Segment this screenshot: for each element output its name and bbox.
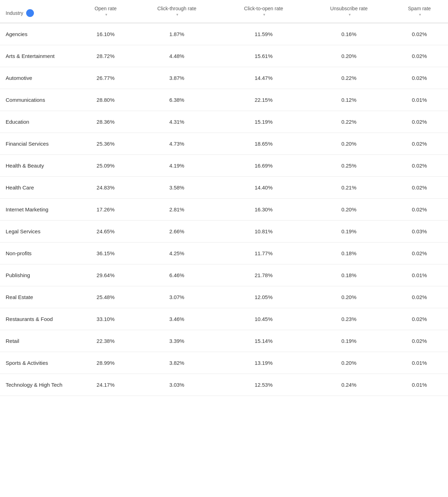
spam-cell: 0.01% bbox=[391, 352, 448, 374]
table-row: Arts & Entertainment28.72%4.48%15.61%0.2… bbox=[0, 45, 448, 67]
spam-cell: 0.02% bbox=[391, 242, 448, 264]
open-rate-cell: 29.64% bbox=[78, 264, 134, 286]
industry-table: Industry Open rate ▾ Click-through rate … bbox=[0, 0, 448, 396]
table-row: Non-profits36.15%4.25%11.77%0.18%0.02% bbox=[0, 242, 448, 264]
open-rate-cell: 16.10% bbox=[78, 23, 134, 45]
table-row: Health Care24.83%3.58%14.40%0.21%0.02% bbox=[0, 177, 448, 199]
cto-cell: 10.45% bbox=[220, 308, 307, 330]
cto-cell: 21.78% bbox=[220, 264, 307, 286]
unsub-cell: 0.20% bbox=[307, 199, 391, 221]
ctr-cell: 3.82% bbox=[134, 352, 220, 374]
spam-cell: 0.02% bbox=[391, 67, 448, 89]
ctr-cell: 3.46% bbox=[134, 308, 220, 330]
ctr-cell: 2.66% bbox=[134, 221, 220, 242]
unsub-cell: 0.18% bbox=[307, 264, 391, 286]
unsub-sort-icon: ▾ bbox=[349, 12, 351, 17]
spam-cell: 0.02% bbox=[391, 133, 448, 155]
ctr-cell: 6.38% bbox=[134, 89, 220, 111]
table-row: Education28.36%4.31%15.19%0.22%0.02% bbox=[0, 111, 448, 133]
cto-cell: 14.47% bbox=[220, 67, 307, 89]
table-row: Technology & High Tech24.17%3.03%12.53%0… bbox=[0, 374, 448, 396]
cto-cell: 13.19% bbox=[220, 352, 307, 374]
open-rate-cell: 26.77% bbox=[78, 67, 134, 89]
open-rate-cell: 28.36% bbox=[78, 111, 134, 133]
cto-cell: 11.77% bbox=[220, 242, 307, 264]
unsub-cell: 0.20% bbox=[307, 45, 391, 67]
unsub-cell: 0.18% bbox=[307, 242, 391, 264]
open-rate-cell: 28.80% bbox=[78, 89, 134, 111]
spam-cell: 0.02% bbox=[391, 199, 448, 221]
open-rate-column-header[interactable]: Open rate ▾ bbox=[78, 0, 134, 23]
ctr-cell: 3.03% bbox=[134, 374, 220, 396]
spam-cell: 0.02% bbox=[391, 23, 448, 45]
ctr-sort-icon: ▾ bbox=[176, 12, 178, 17]
table-row: Real Estate25.48%3.07%12.05%0.20%0.02% bbox=[0, 286, 448, 308]
table-row: Legal Services24.65%2.66%10.81%0.19%0.03… bbox=[0, 221, 448, 242]
unsub-cell: 0.23% bbox=[307, 308, 391, 330]
cto-column-header[interactable]: Click-to-open rate ▾ bbox=[220, 0, 307, 23]
open-rate-cell: 24.83% bbox=[78, 177, 134, 199]
cto-cell: 12.53% bbox=[220, 374, 307, 396]
cto-cell: 22.15% bbox=[220, 89, 307, 111]
industry-cell: Real Estate bbox=[0, 286, 78, 308]
ctr-column-header[interactable]: Click-through rate ▾ bbox=[134, 0, 220, 23]
table-row: Automotive26.77%3.87%14.47%0.22%0.02% bbox=[0, 67, 448, 89]
open-rate-cell: 25.09% bbox=[78, 155, 134, 177]
unsub-column-header[interactable]: Unsubscribe rate ▾ bbox=[307, 0, 391, 23]
ctr-cell: 3.87% bbox=[134, 67, 220, 89]
ctr-cell: 3.58% bbox=[134, 177, 220, 199]
spam-cell: 0.01% bbox=[391, 264, 448, 286]
unsub-cell: 0.20% bbox=[307, 286, 391, 308]
industry-cell: Financial Services bbox=[0, 133, 78, 155]
cto-cell: 14.40% bbox=[220, 177, 307, 199]
cto-cell: 15.14% bbox=[220, 330, 307, 352]
unsub-cell: 0.24% bbox=[307, 374, 391, 396]
table-row: Restaurants & Food33.10%3.46%10.45%0.23%… bbox=[0, 308, 448, 330]
table-row: Sports & Activities28.99%3.82%13.19%0.20… bbox=[0, 352, 448, 374]
ctr-cell: 1.87% bbox=[134, 23, 220, 45]
cto-cell: 15.19% bbox=[220, 111, 307, 133]
unsub-cell: 0.12% bbox=[307, 89, 391, 111]
ctr-cell: 4.73% bbox=[134, 133, 220, 155]
industry-column-header[interactable]: Industry bbox=[0, 0, 78, 23]
spam-column-header[interactable]: Spam rate ▾ bbox=[391, 0, 448, 23]
table-row: Agencies16.10%1.87%11.59%0.16%0.02% bbox=[0, 23, 448, 45]
table-row: Retail22.38%3.39%15.14%0.19%0.02% bbox=[0, 330, 448, 352]
unsub-cell: 0.16% bbox=[307, 23, 391, 45]
cto-cell: 18.65% bbox=[220, 133, 307, 155]
spam-cell: 0.02% bbox=[391, 286, 448, 308]
industry-label: Industry bbox=[6, 10, 23, 16]
unsub-cell: 0.22% bbox=[307, 67, 391, 89]
open-rate-sort-icon: ▾ bbox=[105, 12, 107, 17]
industry-cell: Legal Services bbox=[0, 221, 78, 242]
industry-cell: Automotive bbox=[0, 67, 78, 89]
ctr-cell: 3.39% bbox=[134, 330, 220, 352]
open-rate-cell: 28.99% bbox=[78, 352, 134, 374]
open-rate-cell: 33.10% bbox=[78, 308, 134, 330]
filter-dot-icon[interactable] bbox=[26, 9, 34, 17]
cto-cell: 12.05% bbox=[220, 286, 307, 308]
industry-cell: Publishing bbox=[0, 264, 78, 286]
table-row: Financial Services25.36%4.73%18.65%0.20%… bbox=[0, 133, 448, 155]
table-container: Industry Open rate ▾ Click-through rate … bbox=[0, 0, 448, 497]
industry-cell: Technology & High Tech bbox=[0, 374, 78, 396]
spam-cell: 0.02% bbox=[391, 177, 448, 199]
table-row: Health & Beauty25.09%4.19%16.69%0.25%0.0… bbox=[0, 155, 448, 177]
spam-cell: 0.02% bbox=[391, 155, 448, 177]
ctr-cell: 2.81% bbox=[134, 199, 220, 221]
cto-sort-icon: ▾ bbox=[263, 12, 265, 17]
unsub-cell: 0.20% bbox=[307, 133, 391, 155]
spam-cell: 0.03% bbox=[391, 221, 448, 242]
unsub-cell: 0.25% bbox=[307, 155, 391, 177]
spam-cell: 0.02% bbox=[391, 308, 448, 330]
open-rate-cell: 25.48% bbox=[78, 286, 134, 308]
spam-cell: 0.02% bbox=[391, 330, 448, 352]
industry-cell: Arts & Entertainment bbox=[0, 45, 78, 67]
unsub-cell: 0.19% bbox=[307, 330, 391, 352]
cto-cell: 10.81% bbox=[220, 221, 307, 242]
industry-cell: Retail bbox=[0, 330, 78, 352]
ctr-cell: 4.19% bbox=[134, 155, 220, 177]
industry-cell: Non-profits bbox=[0, 242, 78, 264]
industry-cell: Health Care bbox=[0, 177, 78, 199]
ctr-cell: 4.25% bbox=[134, 242, 220, 264]
